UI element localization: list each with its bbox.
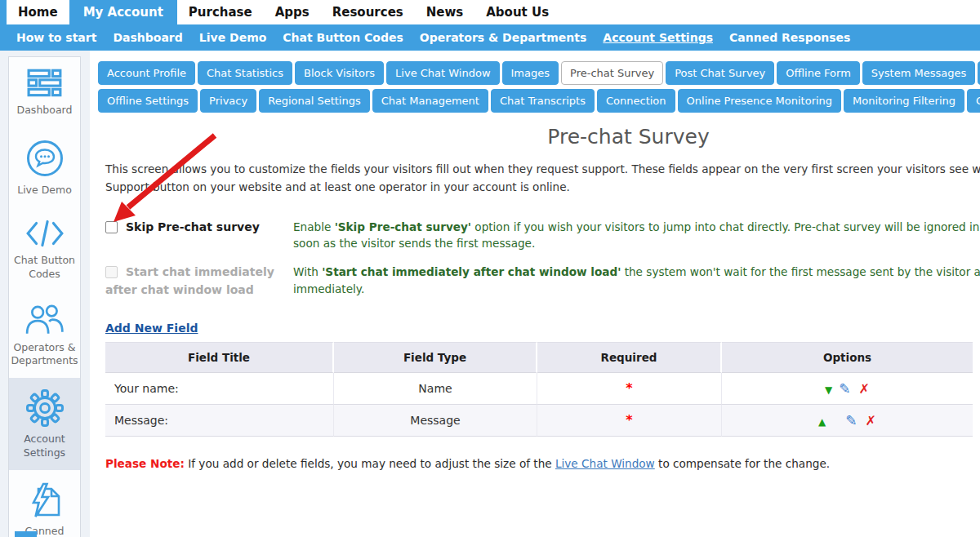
dashboard-icon	[27, 69, 63, 98]
tab-online-presence-monitoring[interactable]: Online Presence Monitoring	[678, 89, 842, 113]
skip-prechat-checkbox[interactable]	[105, 221, 118, 233]
edit-icon[interactable]: ✎	[839, 380, 850, 397]
move-down-icon[interactable]: ▼	[825, 384, 832, 396]
field-title-cell: Your name:	[105, 373, 334, 405]
desc-bold-text: 'Skip Pre-chat survey'	[335, 220, 471, 233]
sidebar-label: Operators & Departments	[11, 341, 78, 369]
tab-pre-chat-survey[interactable]: Pre-chat Survey	[561, 61, 663, 85]
subnav-dashboard[interactable]: Dashboard	[105, 31, 190, 44]
tab-google-analytics[interactable]: Google Analytics	[967, 89, 980, 113]
column-header-field-title: Field Title	[105, 342, 334, 373]
top-nav-edge	[0, 0, 7, 24]
note-text: to compensate for the change.	[655, 457, 830, 470]
main-content: Account Profile Chat Statistics Block Vi…	[90, 51, 980, 537]
sidebar-item-operators-departments[interactable]: Operators & Departments	[9, 291, 80, 379]
move-up-icon[interactable]: ▲	[818, 416, 826, 428]
nav-about-us[interactable]: About Us	[474, 0, 560, 24]
sidebar-label: Chat Button Codes	[11, 254, 78, 282]
table-row: Message: Message * ▲✎✗	[105, 405, 973, 437]
sidebar-item-dashboard[interactable]: Dashboard	[9, 57, 80, 127]
desc-text: With	[293, 265, 322, 278]
column-header-field-type: Field Type	[334, 342, 537, 373]
subnav-canned-responses[interactable]: Canned Responses	[721, 31, 858, 44]
delete-icon[interactable]: ✗	[866, 413, 876, 428]
live-demo-icon	[25, 139, 65, 178]
subnav-chat-button-codes[interactable]: Chat Button Codes	[274, 31, 411, 44]
column-header-required: Required	[537, 342, 722, 373]
skip-prechat-option: Skip Pre-chat survey	[105, 219, 290, 252]
tab-offline-form[interactable]: Offline Form	[777, 61, 860, 85]
please-note-text: Please Note: If you add or delete fields…	[105, 457, 980, 470]
desc-text: Enable	[293, 220, 335, 233]
nav-my-account[interactable]: My Account	[69, 0, 177, 24]
please-note-label: Please Note:	[105, 457, 185, 470]
intro-text: This screen allows you to customize the …	[105, 161, 980, 197]
nav-purchase[interactable]: Purchase	[177, 0, 264, 24]
delete-icon[interactable]: ✗	[859, 381, 870, 397]
subnav-live-demo[interactable]: Live Demo	[191, 31, 275, 44]
sidebar-label: Account Settings	[11, 433, 78, 460]
field-type-cell: Message	[334, 405, 537, 437]
options-section: Skip Pre-chat survey Enable 'Skip Pre-ch…	[105, 219, 980, 300]
tab-privacy[interactable]: Privacy	[200, 89, 256, 113]
tab-regional-settings[interactable]: Regional Settings	[259, 89, 370, 113]
skip-prechat-description: Enable 'Skip Pre-chat survey' option if …	[293, 219, 980, 252]
required-asterisk: *	[626, 380, 632, 396]
live-chat-window-link[interactable]: Live Chat Window	[555, 457, 655, 470]
bottom-blue-chip	[15, 531, 37, 537]
nav-home[interactable]: Home	[7, 0, 69, 24]
skip-prechat-label: Skip Pre-chat survey	[126, 220, 260, 233]
subnav-how-to-start[interactable]: How to start	[8, 31, 105, 44]
desc-bold-text: 'Start chat immediately after chat windo…	[322, 265, 621, 278]
start-chat-immediately-label: Start chat immediately after chat window…	[105, 265, 274, 296]
tab-account-profile[interactable]: Account Profile	[98, 61, 195, 85]
start-chat-immediately-description: With 'Start chat immediately after chat …	[293, 264, 980, 299]
start-chat-immediately-option: Start chat immediately after chat window…	[105, 264, 290, 299]
tab-block-visitors[interactable]: Block Visitors	[295, 61, 384, 85]
tab-post-chat-survey[interactable]: Post Chat Survey	[666, 61, 774, 85]
top-nav: Home My Account Purchase Apps Resources …	[0, 0, 980, 24]
nav-news[interactable]: News	[415, 0, 475, 24]
column-header-options: Options	[722, 342, 973, 373]
tab-images[interactable]: Images	[502, 61, 559, 85]
field-type-cell: Name	[334, 373, 537, 405]
sidebar-item-account-settings[interactable]: Account Settings	[9, 378, 80, 470]
required-asterisk: *	[626, 412, 632, 428]
field-title-cell: Message:	[105, 405, 334, 437]
nav-apps[interactable]: Apps	[264, 0, 321, 24]
sidebar-item-canned-responses[interactable]: Canned Responses	[9, 470, 80, 537]
start-chat-immediately-checkbox	[105, 266, 118, 278]
settings-tabs-row-1: Account Profile Chat Statistics Block Vi…	[98, 61, 980, 85]
sidebar: Dashboard Live Demo	[8, 56, 81, 537]
sub-nav: How to start Dashboard Live Demo Chat Bu…	[0, 24, 980, 51]
subnav-operators-departments[interactable]: Operators & Departments	[412, 31, 595, 44]
page-title: Pre-chat Survey	[98, 125, 980, 149]
sidebar-label: Dashboard	[17, 104, 73, 118]
settings-tabs-row-2: Offline Settings Privacy Regional Settin…	[98, 89, 980, 113]
subnav-account-settings[interactable]: Account Settings	[595, 31, 721, 44]
sidebar-item-live-demo[interactable]: Live Demo	[9, 127, 80, 207]
table-header-row: Field Title Field Type Required Options	[105, 342, 973, 373]
tab-offline-settings[interactable]: Offline Settings	[98, 89, 198, 113]
sidebar-label: Live Demo	[17, 184, 72, 197]
tab-chat-management[interactable]: Chat Management	[372, 89, 488, 113]
add-new-field-link[interactable]: Add New Field	[105, 322, 198, 335]
tab-chat-transcripts[interactable]: Chat Transcripts	[491, 89, 595, 113]
gear-icon	[26, 389, 64, 427]
tab-monitoring-filtering[interactable]: Monitoring Filtering	[844, 89, 964, 113]
edit-icon[interactable]: ✎	[845, 412, 857, 428]
nav-resources[interactable]: Resources	[321, 0, 415, 24]
table-row: Your name: Name * ▼✎✗	[105, 373, 973, 405]
sidebar-item-chat-button-codes[interactable]: Chat Button Codes	[9, 207, 80, 291]
tab-live-chat-window[interactable]: Live Chat Window	[386, 61, 499, 85]
operators-icon	[24, 303, 65, 335]
tab-chat-statistics[interactable]: Chat Statistics	[198, 61, 292, 85]
code-icon	[24, 219, 65, 248]
tab-system-messages[interactable]: System Messages	[862, 61, 975, 85]
fields-table: Field Title Field Type Required Options …	[105, 342, 973, 437]
left-rail: Dashboard Live Demo	[0, 51, 90, 537]
tab-connection[interactable]: Connection	[597, 89, 675, 113]
lightning-page-icon	[26, 482, 64, 519]
note-text: If you add or delete fields, you may nee…	[185, 457, 555, 470]
